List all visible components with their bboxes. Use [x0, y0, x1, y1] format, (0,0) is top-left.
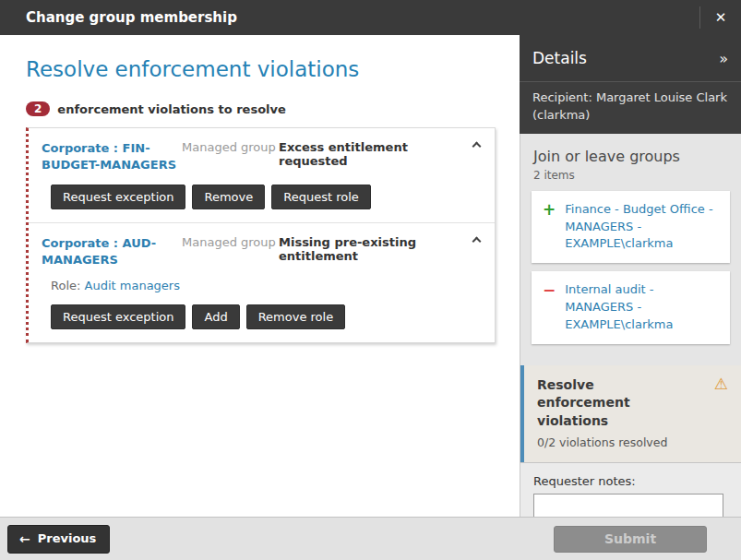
violation-rule-label: Excess entitlement requested	[279, 140, 463, 168]
submit-button[interactable]: Submit	[554, 526, 707, 553]
status-title: Resolve enforcement violations	[537, 376, 685, 431]
group-link[interactable]: Corporate : AUD-MANAGERS	[42, 235, 182, 268]
request-exception-button[interactable]: Request exception	[51, 304, 185, 329]
violations-list: Corporate : FIN-BUDGET-MANAGERS Managed …	[26, 127, 496, 343]
group-type-label: Managed group	[182, 235, 279, 249]
requester-notes-label: Requester notes:	[533, 474, 728, 488]
collapse-toggle[interactable]	[463, 235, 480, 244]
violations-count-badge: 2	[26, 101, 50, 116]
collapse-toggle[interactable]	[463, 140, 480, 149]
request-exception-button[interactable]: Request exception	[51, 185, 185, 209]
role-label: Role:	[51, 279, 80, 292]
violation-row-fin-budget-managers: Corporate : FIN-BUDGET-MANAGERS Managed …	[29, 128, 495, 222]
group-item-label: Internal audit - MANAGERS - EXAMPLE\clar…	[565, 281, 719, 334]
group-item-remove[interactable]: − Internal audit - MANAGERS - EXAMPLE\cl…	[532, 271, 730, 344]
dialog-title: Change group membership	[0, 9, 699, 26]
role-link[interactable]: Audit managers	[85, 279, 180, 292]
minus-icon: −	[543, 281, 556, 299]
remove-role-button[interactable]: Remove role	[246, 304, 346, 329]
violation-rule-label: Missing pre-existing entitlement	[279, 235, 463, 263]
status-progress: 0/2 violations resolved	[537, 435, 728, 449]
previous-button[interactable]: ← Previous	[7, 525, 110, 554]
close-icon[interactable]: ✕	[700, 9, 741, 26]
groups-item-count: 2 items	[520, 167, 741, 191]
resolve-violations-status[interactable]: Resolve enforcement violations 0/2 viola…	[520, 365, 741, 462]
chevron-up-icon	[472, 237, 482, 246]
request-role-button[interactable]: Request role	[271, 185, 371, 209]
groups-section-title: Join or leave groups	[520, 134, 741, 167]
violations-summary: 2 enforcement violations to resolve	[26, 101, 496, 116]
group-item-add[interactable]: + Finance - Budget Office - MANAGERS - E…	[532, 191, 730, 264]
violations-count-label: enforcement violations to resolve	[57, 102, 285, 116]
main-panel: Resolve enforcement violations 2 enforce…	[0, 35, 520, 517]
group-type-label: Managed group	[182, 140, 279, 154]
previous-button-label: Previous	[38, 531, 97, 545]
page-title: Resolve enforcement violations	[26, 57, 496, 81]
add-button[interactable]: Add	[192, 304, 239, 329]
sidebar-body: Join or leave groups 2 items + Finance -…	[520, 134, 741, 517]
titlebar: Change group membership ✕	[0, 0, 741, 35]
change-group-membership-dialog: Change group membership ✕ Resolve enforc…	[0, 0, 741, 560]
warning-icon: ⚠	[714, 376, 728, 392]
details-title: Details	[532, 49, 719, 67]
group-item-label: Finance - Budget Office - MANAGERS - EXA…	[565, 201, 719, 254]
chevron-up-icon	[472, 142, 482, 151]
left-arrow-icon: ←	[19, 531, 30, 546]
collapse-sidebar-icon[interactable]: »	[719, 50, 728, 67]
remove-button[interactable]: Remove	[192, 185, 265, 209]
violation-row-aud-managers: Corporate : AUD-MANAGERS Managed group M…	[29, 222, 495, 342]
details-header: Details »	[520, 35, 741, 81]
details-sidebar: Details » Recipient: Margaret Louise Cla…	[520, 35, 741, 517]
plus-icon: +	[543, 201, 556, 219]
footer: ← Previous Submit	[0, 517, 741, 560]
recipient-info: Recipient: Margaret Louise Clark (clarkm…	[520, 81, 741, 134]
group-link[interactable]: Corporate : FIN-BUDGET-MANAGERS	[42, 140, 182, 173]
